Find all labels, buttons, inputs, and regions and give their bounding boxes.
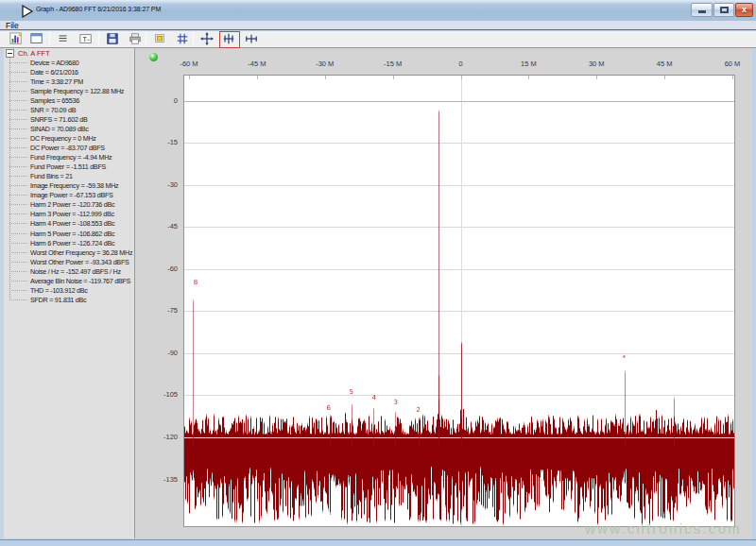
tree-item-stub <box>9 233 27 234</box>
tree-item-label: SINAD = 70.089 dBc <box>30 125 88 133</box>
tree-item-stub <box>9 91 27 92</box>
tree-item-stub <box>9 72 27 73</box>
minimize-button[interactable] <box>691 3 713 17</box>
tree-item-stub <box>9 110 27 111</box>
tree-item-stub <box>9 271 27 272</box>
tree-item-label: Image Power = -67.153 dBFS <box>30 191 113 199</box>
toolbar-cursor-center-icon[interactable] <box>198 32 217 47</box>
x-tick-label: -15 M <box>374 60 412 68</box>
tree-expander-icon[interactable] <box>6 49 14 58</box>
x-tick-label: -45 M <box>238 60 276 68</box>
tree-item-label: Average Bin Noise = -119.767 dBFS <box>30 277 130 285</box>
tree-item-stub <box>9 262 27 263</box>
y-tick-label: -75 <box>146 306 178 315</box>
title-bar: Graph - AD9680 FFT 6/21/2016 3:38:27 PM … <box>0 0 756 21</box>
toolbar-label-box-icon[interactable]: T <box>77 32 96 47</box>
menu-item-file[interactable]: File <box>6 21 19 30</box>
tree-item-stub <box>9 176 27 177</box>
tree-guide-line <box>9 58 10 300</box>
tree-item-stub <box>9 119 27 120</box>
y-tick-label: -30 <box>146 180 178 189</box>
toolbar-new-graph-icon[interactable] <box>8 32 26 47</box>
tree-item-label: SNRFS = 71.602 dB <box>30 115 88 124</box>
toolbar-marker-icon[interactable] <box>151 32 170 47</box>
tree-root-label[interactable]: Ch. A FFT <box>18 49 50 58</box>
toolbar-separator <box>146 32 146 45</box>
tree-item-stub <box>9 290 27 291</box>
tree-item-stub <box>9 299 27 300</box>
tree-item-stub <box>9 204 27 205</box>
tree-item-label: Image Frequency = -59.38 MHz <box>30 181 118 190</box>
tree-item-stub <box>9 185 27 186</box>
tree-panel: Ch. A FFT Device = AD9680Date = 6/21/201… <box>4 48 135 538</box>
tree-item-label: THD = -103.912 dBc <box>30 286 88 295</box>
y-tick-label: -15 <box>146 138 178 146</box>
tree-item-stub <box>9 243 27 244</box>
tree-item-label: Device = AD9680 <box>30 59 79 67</box>
y-tick-label: 0 <box>146 96 178 105</box>
toolbar-separator <box>98 32 99 45</box>
tree-item-stub <box>9 213 27 214</box>
x-tick-label: 15 M <box>509 60 547 68</box>
tree-item-label: DC Power = -83.707 dBFS <box>30 144 105 152</box>
toolbar-grid-icon[interactable] <box>174 32 193 47</box>
toolbar-print-icon[interactable] <box>127 32 146 47</box>
tree-item-stub <box>9 281 27 282</box>
window-right-border <box>752 48 756 539</box>
watermark: www.cntronics.com <box>573 520 754 537</box>
tree-item-label: Time = 3:38:27 PM <box>30 77 83 86</box>
x-tick-label: 0 <box>442 60 480 68</box>
tree-item-label: Harm 4 Power = -108.553 dBc <box>30 219 114 228</box>
tree-item-stub <box>9 128 27 129</box>
tree-item-label: Harm 5 Power = -106.862 dBc <box>30 230 114 238</box>
tree-item-stub <box>9 223 27 224</box>
toolbar-cursor-box-icon[interactable] <box>220 32 239 47</box>
x-tick-label: -60 M <box>170 60 208 68</box>
maximize-button[interactable] <box>713 3 734 17</box>
tree-item-label: Harm 6 Power = -126.724 dBc <box>30 239 114 247</box>
x-tick-label: 45 M <box>645 60 683 68</box>
tree-item-label: Date = 6/21/2016 <box>30 68 78 77</box>
tree-item-label: Fund Power = -1.511 dBFS <box>30 162 106 171</box>
tree-item-label: Samples = 65536 <box>30 96 79 105</box>
tree-item-label: Worst Other Power = -93.343 dBFS <box>30 258 129 266</box>
tree-item-stub <box>9 100 27 101</box>
toolbar-cursor-horizontal-icon[interactable] <box>243 32 262 47</box>
y-tick-label: -45 <box>146 222 178 230</box>
menu-bar: File <box>0 21 756 30</box>
toolbar-separator <box>49 32 50 45</box>
toolbar-separator <box>193 32 194 45</box>
y-tick-label: -60 <box>146 264 178 273</box>
y-tick-label: -105 <box>146 390 178 399</box>
toolbar-save-icon[interactable] <box>104 32 123 47</box>
tree-item-stub <box>9 147 27 148</box>
fft-plot-canvas[interactable] <box>184 76 734 526</box>
x-tick-label: 60 M <box>713 60 751 68</box>
app-window: Graph - AD9680 FFT 6/21/2016 3:38:27 PM … <box>0 0 756 546</box>
toolbar-list-icon[interactable] <box>55 32 74 47</box>
tree-item-label: Harm 3 Power = -112.999 dBc <box>30 210 114 218</box>
tree-item-label: Sample Frequency = 122.88 MHz <box>30 87 124 95</box>
tree-item-stub <box>9 157 27 158</box>
app-icon <box>21 5 34 18</box>
window-left-border <box>0 48 4 539</box>
x-tick-label: -30 M <box>306 60 344 68</box>
y-tick-label: -135 <box>146 475 178 484</box>
status-led-icon <box>149 53 158 61</box>
close-button[interactable]: x <box>735 3 753 17</box>
tree-item-stub <box>9 166 27 167</box>
tree-item-label: Fund Frequency = -4.94 MHz <box>30 153 112 162</box>
tree-item-label: SFDR = 91.831 dBc <box>30 296 86 304</box>
toolbar: T <box>0 31 756 48</box>
window-bottom-border <box>0 539 756 546</box>
tree-item-stub <box>9 195 27 196</box>
tree-item-stub <box>9 252 27 253</box>
toolbar-window-icon[interactable] <box>28 32 47 47</box>
tree-item-label: SNR = 70.09 dB <box>30 106 76 114</box>
tree-item-label: DC Frequency = 0 MHz <box>30 134 96 143</box>
tree-item-label: Harm 2 Power = -120.736 dBc <box>30 200 114 209</box>
x-tick-label: 30 M <box>577 60 615 68</box>
tree-item-label: Fund Bins = 21 <box>30 172 73 180</box>
tree-item-label: Noise / Hz = -152.497 dBFS / Hz <box>30 267 121 276</box>
y-tick-label: -90 <box>146 349 178 357</box>
